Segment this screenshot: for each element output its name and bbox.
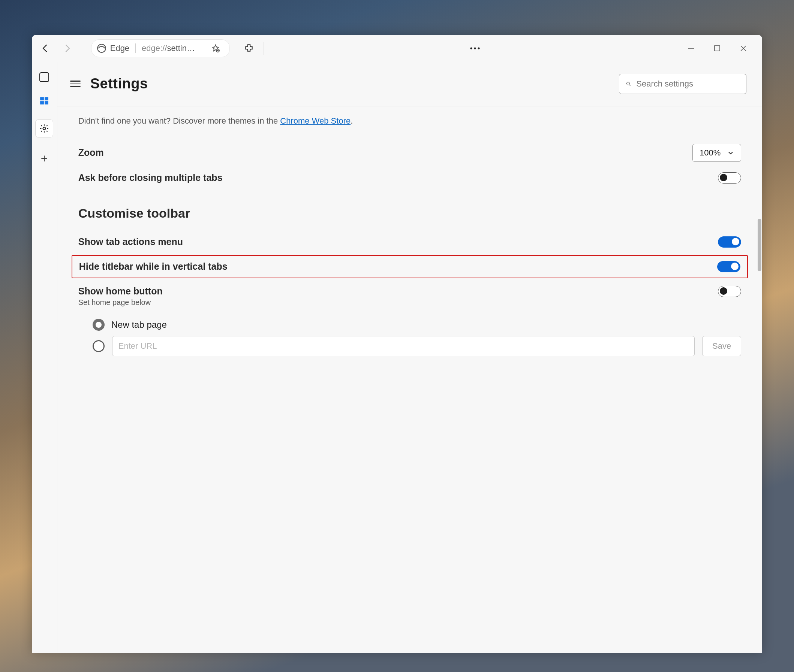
favorite-icon[interactable]: [207, 40, 224, 57]
close-button[interactable]: [736, 41, 751, 56]
svg-point-3: [474, 47, 476, 49]
svg-point-2: [470, 47, 472, 49]
customise-toolbar-heading: Customise toolbar: [79, 206, 741, 221]
save-home-url-button[interactable]: Save: [702, 336, 741, 356]
forward-button[interactable]: [58, 39, 76, 57]
minimize-button[interactable]: [683, 41, 698, 56]
search-settings-input[interactable]: [636, 79, 739, 89]
titlebar: Edge edge://settin…: [32, 35, 762, 62]
svg-point-10: [43, 127, 46, 130]
vertical-tab-strip: ＋: [32, 62, 57, 653]
zoom-row: Zoom 100%: [79, 139, 741, 167]
svg-rect-6: [40, 97, 44, 101]
ask-before-closing-toggle[interactable]: [718, 172, 741, 184]
show-home-button-row: Show home button Set home page below: [79, 280, 741, 312]
tab-actions-icon[interactable]: [39, 72, 49, 82]
zoom-value: 100%: [699, 148, 720, 158]
radio-selected-icon: [93, 319, 104, 331]
chrome-web-store-link[interactable]: Chrome Web Store: [280, 116, 351, 125]
svg-point-4: [478, 47, 480, 49]
windows-tab-icon[interactable]: [38, 95, 50, 107]
browser-window: Edge edge://settin…: [32, 35, 762, 653]
search-settings-box[interactable]: [619, 74, 746, 94]
more-menu-icon[interactable]: [466, 40, 484, 57]
show-home-button-sub: Set home page below: [79, 298, 163, 307]
zoom-label: Zoom: [79, 147, 104, 158]
home-url-input[interactable]: [112, 336, 695, 356]
themes-hint: Didn't find one you want? Discover more …: [79, 116, 741, 126]
search-icon: [626, 80, 631, 88]
svg-rect-7: [45, 97, 48, 101]
address-url: edge://settin…: [142, 43, 195, 53]
settings-tab-icon[interactable]: [35, 120, 53, 138]
address-separator: [135, 43, 136, 53]
hide-titlebar-label: Hide titlebar while in vertical tabs: [79, 261, 228, 272]
extensions-icon[interactable]: [240, 40, 258, 57]
settings-header: Settings: [57, 62, 762, 106]
ask-before-closing-row: Ask before closing multiple tabs: [79, 167, 741, 189]
address-brand: Edge: [110, 43, 129, 53]
hide-titlebar-row: Hide titlebar while in vertical tabs: [72, 255, 748, 278]
home-url-option: Save: [93, 336, 741, 356]
show-home-button-toggle[interactable]: [718, 286, 741, 297]
show-tab-actions-label: Show tab actions menu: [79, 236, 183, 247]
settings-scroll-area[interactable]: Didn't find one you want? Discover more …: [57, 106, 762, 653]
back-button[interactable]: [36, 39, 55, 57]
scrollbar-thumb[interactable]: [758, 219, 761, 271]
svg-rect-5: [715, 46, 720, 51]
ask-before-closing-label: Ask before closing multiple tabs: [79, 172, 223, 183]
home-newtab-option[interactable]: New tab page: [93, 319, 741, 331]
svg-rect-8: [40, 101, 44, 104]
new-tab-icon[interactable]: ＋: [38, 152, 50, 165]
svg-point-11: [627, 82, 630, 85]
svg-rect-9: [45, 101, 48, 104]
radio-unselected-icon[interactable]: [93, 340, 104, 352]
window-controls: [683, 41, 758, 56]
address-bar[interactable]: Edge edge://settin…: [91, 39, 230, 57]
show-tab-actions-row: Show tab actions menu: [79, 231, 741, 253]
settings-content: Settings Didn't find one you want? Disco…: [57, 62, 762, 653]
chevron-down-icon: [727, 149, 734, 156]
edge-logo-icon: [97, 43, 106, 53]
maximize-button[interactable]: [710, 41, 725, 56]
hide-titlebar-toggle[interactable]: [717, 261, 740, 272]
page-title: Settings: [90, 76, 148, 92]
toolbar-separator: [263, 42, 264, 55]
body: ＋ Settings Didn't find one you want? D: [32, 62, 762, 653]
zoom-select[interactable]: 100%: [692, 144, 741, 162]
show-tab-actions-toggle[interactable]: [718, 236, 741, 248]
menu-icon[interactable]: [70, 80, 80, 87]
show-home-button-label: Show home button: [79, 286, 163, 297]
home-newtab-label: New tab page: [111, 320, 167, 330]
